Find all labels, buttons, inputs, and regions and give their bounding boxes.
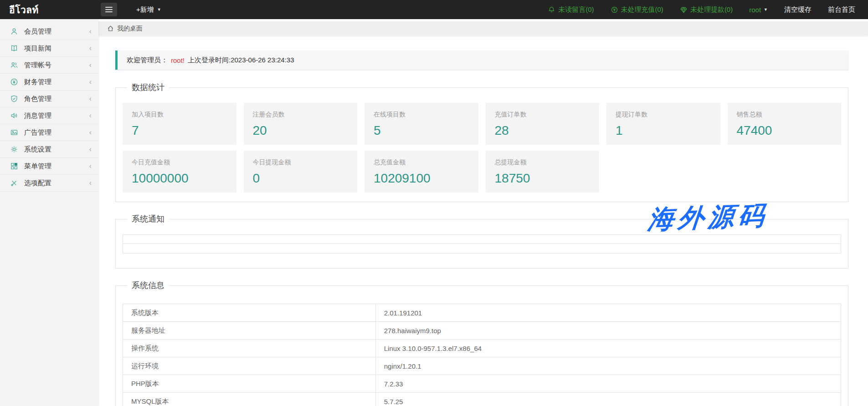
sidebar-item-roles[interactable]: 角色管理 ‹ — [0, 91, 98, 107]
stat-value: 47400 — [737, 123, 832, 138]
chevron-down-icon: ▼ — [157, 7, 161, 12]
chevron-left-icon: ‹ — [89, 162, 92, 170]
book-icon — [10, 44, 19, 53]
sidebar-item-members[interactable]: 会员管理 ‹ — [0, 23, 98, 40]
stat-card: 充值订单数 28 — [486, 103, 600, 145]
clear-cache-link[interactable]: 清空缓存 — [784, 5, 812, 14]
sysinfo-value: 2.01.191201 — [375, 304, 841, 322]
breadcrumb[interactable]: 我的桌面 — [107, 25, 143, 33]
home-icon — [107, 25, 114, 32]
welcome-username: root! — [171, 56, 185, 64]
stat-value: 28 — [495, 123, 591, 138]
table-row: 运行环境 nginx/1.20.1 — [123, 357, 841, 375]
stat-card: 今日充值金额 10000000 — [123, 151, 236, 193]
stat-card: 提现订单数 1 — [606, 103, 720, 145]
table-row: 操作系统 Linux 3.10.0-957.1.3.el7.x86_64 — [123, 340, 841, 357]
add-new-label: +新增 — [136, 5, 154, 14]
sysinfo-label: 系统版本 — [123, 304, 376, 322]
sysinfo-value: Linux 3.10.0-957.1.3.el7.x86_64 — [375, 340, 841, 357]
table-row: PHP版本 7.2.33 — [123, 375, 841, 393]
sidebar-item-menus[interactable]: 菜单管理 ‹ — [0, 158, 98, 175]
stat-label: 注册会员数 — [253, 111, 349, 119]
users-icon — [10, 61, 19, 70]
stat-value: 7 — [132, 123, 227, 138]
sidebar-item-label: 系统设置 — [24, 145, 89, 154]
chevron-left-icon: ‹ — [89, 129, 92, 136]
sysinfo-label: 操作系统 — [123, 340, 376, 357]
content: 欢迎管理员： root! 上次登录时间:2023-06-26 23:24:33 … — [98, 36, 868, 406]
chevron-left-icon: ‹ — [89, 61, 92, 69]
stat-value: 0 — [253, 171, 349, 186]
pending-recharge-label: 未处理充值(0) — [621, 5, 663, 14]
welcome-last-login: 上次登录时间:2023-06-26 23:24:33 — [188, 56, 294, 65]
sidebar-item-label: 消息管理 — [24, 112, 89, 120]
welcome-alert: 欢迎管理员： root! 上次登录时间:2023-06-26 23:24:33 — [115, 51, 848, 70]
sidebar-item-admin-accounts[interactable]: 管理帐号 ‹ — [0, 57, 98, 74]
sidebar-item-label: 广告管理 — [24, 128, 89, 137]
chevron-left-icon: ‹ — [89, 146, 92, 153]
front-home-link[interactable]: 前台首页 — [828, 5, 855, 14]
stat-card: 注册会员数 20 — [244, 103, 358, 145]
add-new-button[interactable]: +新增 ▼ — [136, 5, 161, 14]
sysinfo-label: PHP版本 — [123, 375, 376, 393]
unread-messages-link[interactable]: 未读留言(0) — [548, 5, 594, 14]
user-menu[interactable]: root ▼ — [749, 6, 768, 14]
notice-row — [123, 244, 841, 254]
sidebar-item-system-settings[interactable]: 系统设置 ‹ — [0, 141, 98, 158]
breadcrumb-bar: 我的桌面 — [98, 19, 868, 36]
breadcrumb-current: 我的桌面 — [117, 25, 143, 33]
stat-value: 18750 — [495, 171, 591, 186]
chevron-left-icon: ‹ — [89, 45, 92, 52]
gear-icon — [10, 145, 19, 154]
stats-panel: 数据统计 加入项目数 7 注册会员数 20 在线项目数 5 — [115, 82, 848, 202]
admin-dashboard: อีโวลท์ +新增 ▼ 未读留言(0) — [0, 0, 868, 406]
stat-value: 20 — [253, 123, 349, 138]
gem-icon — [680, 6, 688, 14]
sidebar-item-project-news[interactable]: 项目新闻 ‹ — [0, 40, 98, 57]
sysinfo-value: 278.haiwaiym9.top — [375, 322, 841, 340]
yen-circle-icon — [611, 6, 618, 14]
stat-label: 提现订单数 — [616, 111, 711, 119]
app-logo: อีโวลท์ — [0, 2, 98, 17]
sysinfo-value: nginx/1.20.1 — [375, 357, 841, 375]
topbar: อีโวลท์ +新增 ▼ 未读留言(0) — [0, 0, 868, 19]
pending-withdraw-label: 未处理提款(0) — [690, 5, 733, 14]
stats-panel-title: 数据统计 — [127, 82, 169, 93]
table-row: 服务器地址 278.haiwaiym9.top — [123, 322, 841, 340]
welcome-prefix: 欢迎管理员： — [127, 56, 168, 65]
stat-label: 总充值金额 — [374, 158, 469, 167]
sidebar: 会员管理 ‹ 项目新闻 ‹ 管理帐号 ‹ — [0, 19, 98, 406]
unread-messages-label: 未读留言(0) — [558, 5, 594, 14]
sidebar-item-messages[interactable]: 消息管理 ‹ — [0, 107, 98, 124]
grid-icon — [10, 162, 19, 171]
stat-card: 加入项目数 7 — [123, 103, 236, 145]
sysinfo-value: 5.7.25 — [375, 393, 841, 406]
shield-check-icon — [10, 94, 19, 103]
stat-label: 今日充值金额 — [132, 158, 227, 167]
sidebar-item-ads[interactable]: 广告管理 ‹ — [0, 124, 98, 141]
stat-card: 今日提现金额 0 — [244, 151, 358, 193]
sidebar-item-finance[interactable]: 财务管理 ‹ — [0, 74, 98, 91]
stat-card: 总提现金额 18750 — [486, 151, 600, 193]
sidebar-item-label: 选项配置 — [24, 179, 89, 188]
tools-icon — [10, 178, 19, 188]
sysinfo-table: 系统版本 2.01.191201 服务器地址 278.haiwaiym9.top… — [123, 304, 841, 406]
chevron-down-icon: ▼ — [764, 7, 768, 12]
pending-recharge-link[interactable]: 未处理充值(0) — [611, 5, 663, 14]
table-row: 系统版本 2.01.191201 — [123, 304, 841, 322]
stat-label: 在线项目数 — [374, 111, 469, 119]
stat-card: 在线项目数 5 — [365, 103, 478, 145]
stat-value: 5 — [374, 123, 469, 138]
topbar-right: 未读留言(0) 未处理充值(0) 未处理提款(0) root ▼ — [548, 5, 868, 14]
chevron-left-icon: ‹ — [89, 78, 92, 86]
username-label: root — [749, 6, 761, 14]
stat-label: 销售总额 — [737, 111, 832, 119]
sidebar-item-label: 管理帐号 — [24, 61, 89, 70]
image-icon — [10, 128, 19, 137]
chevron-left-icon: ‹ — [89, 112, 92, 119]
notice-row — [123, 234, 841, 244]
pending-withdraw-link[interactable]: 未处理提款(0) — [680, 5, 733, 14]
sysinfo-label: MYSQL版本 — [123, 393, 376, 406]
sidebar-toggle-button[interactable] — [101, 3, 117, 16]
sidebar-item-options[interactable]: 选项配置 ‹ — [0, 175, 98, 192]
